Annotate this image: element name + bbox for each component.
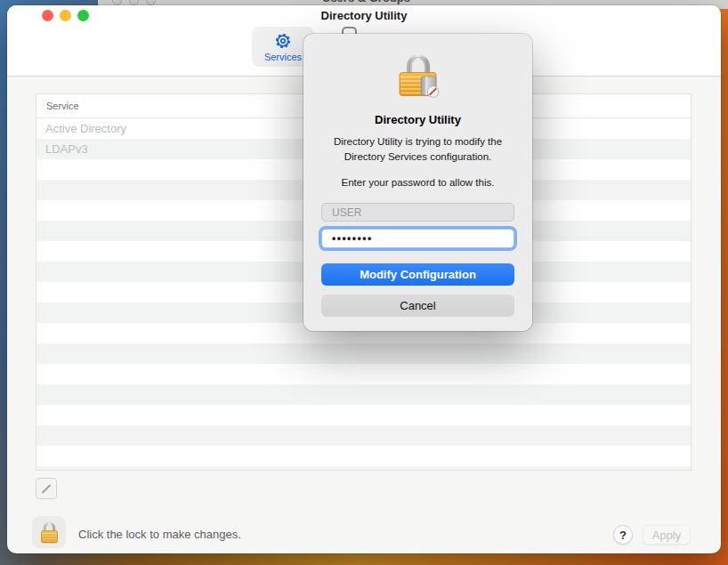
footer-lock-button[interactable] (32, 516, 66, 548)
authentication-dialog: Directory Utility Directory Utility is t… (303, 34, 532, 331)
background-window-title: Users & Groups (322, 0, 410, 4)
help-button[interactable]: ? (613, 525, 633, 545)
username-field[interactable]: USER (321, 203, 514, 222)
auth-padlock-icon (392, 51, 444, 98)
cancel-button[interactable]: Cancel (321, 295, 514, 317)
locked-padlock-icon (38, 521, 61, 545)
window-title: Directory Utility (7, 9, 721, 22)
dialog-message: Directory Utility is trying to modify th… (324, 134, 513, 164)
pencil-icon (40, 482, 53, 495)
question-mark-icon: ? (619, 529, 627, 542)
apply-button[interactable]: Apply (643, 525, 691, 545)
apply-button-label: Apply (652, 529, 682, 542)
dialog-password-prompt: Enter your password to allow this. (303, 177, 532, 188)
dialog-title: Directory Utility (303, 113, 532, 126)
gear-icon (274, 32, 292, 50)
edit-service-button[interactable] (36, 478, 57, 499)
toolbar-tab-services-label: Services (264, 52, 302, 62)
lock-hint-text: Click the lock to make changes. (78, 528, 241, 541)
modify-configuration-button[interactable]: Modify Configuration (321, 263, 514, 286)
password-field[interactable]: •••••••• (321, 229, 514, 248)
